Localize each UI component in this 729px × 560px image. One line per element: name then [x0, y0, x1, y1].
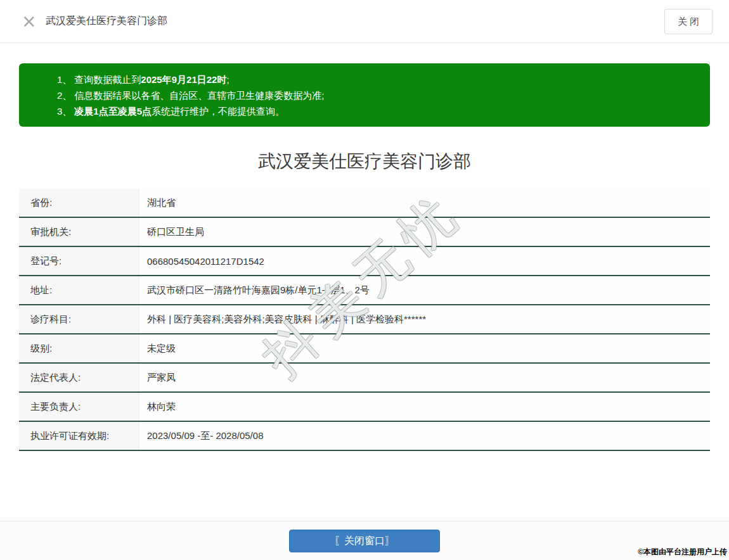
close-window-button[interactable]: 〖关闭窗口〗: [289, 530, 440, 552]
notice-number: 2、: [57, 90, 72, 101]
row-label: 地址:: [19, 276, 139, 304]
row-value: 严家凤: [139, 364, 710, 391]
clinic-name-title: 武汉爱美仕医疗美容门诊部: [0, 150, 729, 174]
row-label: 审批机关:: [19, 218, 139, 246]
close-button[interactable]: 关 闭: [664, 9, 713, 34]
notice-number: 3、: [57, 106, 72, 117]
notice-text: 信息数据结果以各省、自治区、直辖市卫生健康委数据为准;: [74, 90, 324, 101]
row-label: 登记号:: [19, 247, 139, 275]
row-value: 外科 | 医疗美容科;美容外科;美容皮肤科 | 麻醉科 | 医学检验科*****…: [139, 305, 710, 333]
row-label: 法定代表人:: [19, 364, 139, 391]
table-row-principal: 主要负责人: 林向荣: [19, 393, 710, 422]
row-label: 级别:: [19, 334, 139, 362]
notice-line-1: 1、查询数据截止到2025年9月21日22时;: [57, 72, 697, 87]
notice-number: 1、: [57, 74, 72, 85]
table-row-license-validity: 执业许可证有效期: 2023/05/09 -至- 2028/05/08: [19, 422, 710, 451]
row-label: 省份:: [19, 189, 139, 217]
close-icon[interactable]: ×: [22, 13, 36, 30]
row-value: 06680545042011217D1542: [139, 247, 710, 275]
table-row-province: 省份: 湖北省: [19, 189, 710, 218]
notice-line-2: 2、信息数据结果以各省、自治区、直辖市卫生健康委数据为准;: [57, 87, 697, 103]
window-title: 武汉爱美仕医疗美容门诊部: [46, 15, 167, 28]
top-bar: × 武汉爱美仕医疗美容门诊部 关 闭: [0, 0, 729, 43]
row-label: 诊疗科目:: [19, 305, 139, 333]
footer-bar: 〖关闭窗口〗: [0, 521, 729, 560]
notice-text: 系统进行维护，不能提供查询。: [152, 106, 285, 117]
row-value: 武汉市硚口区一清路竹叶海嘉园9栋/单元1-2层1、2号: [139, 276, 710, 304]
row-label: 执业许可证有效期:: [19, 422, 139, 450]
row-value: 林向荣: [139, 393, 710, 421]
notice-bold-text: 凌晨1点至凌晨5点: [74, 106, 152, 117]
notice-line-3: 3、凌晨1点至凌晨5点系统进行维护，不能提供查询。: [57, 103, 697, 119]
table-row-registration-number: 登记号: 06680545042011217D1542: [19, 247, 710, 276]
table-row-medical-departments: 诊疗科目: 外科 | 医疗美容科;美容外科;美容皮肤科 | 麻醉科 | 医学检验…: [19, 305, 710, 334]
row-value: 硚口区卫生局: [139, 218, 710, 246]
row-label: 主要负责人:: [19, 393, 139, 421]
table-row-address: 地址: 武汉市硚口区一清路竹叶海嘉园9栋/单元1-2层1、2号: [19, 276, 710, 305]
row-value: 2023/05/09 -至- 2028/05/08: [139, 422, 710, 450]
clinic-info-table: 省份: 湖北省 审批机关: 硚口区卫生局 登记号: 06680545042011…: [19, 189, 710, 451]
row-value: 未定级: [139, 334, 710, 362]
image-credit-watermark: ©本图由平台注册用户上传: [638, 547, 727, 557]
row-value: 湖北省: [139, 189, 710, 217]
notice-text: ;: [226, 74, 229, 85]
table-row-level: 级别: 未定级: [19, 334, 710, 364]
notice-text: 查询数据截止到: [74, 74, 141, 85]
notice-banner: 1、查询数据截止到2025年9月21日22时; 2、信息数据结果以各省、自治区、…: [19, 63, 710, 127]
table-row-approval-authority: 审批机关: 硚口区卫生局: [19, 218, 710, 247]
notice-bold-text: 2025年9月21日22时: [141, 74, 226, 85]
table-row-legal-representative: 法定代表人: 严家凤: [19, 364, 710, 393]
